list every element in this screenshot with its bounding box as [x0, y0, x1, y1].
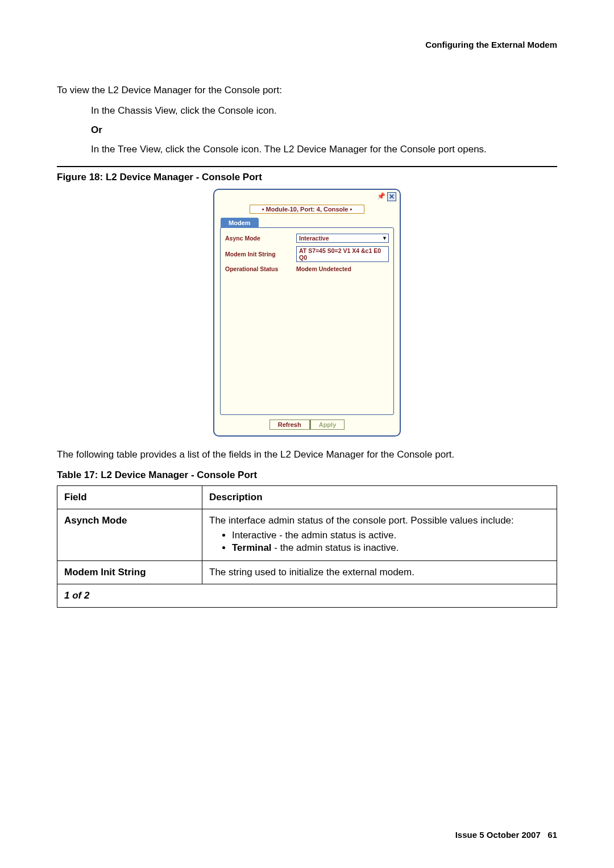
modem-init-desc: The string used to initialize the extern…: [202, 561, 557, 584]
apply-button[interactable]: Apply: [310, 420, 345, 430]
async-mode-dropdown[interactable]: Interactive ▼: [296, 234, 389, 243]
modem-init-label: Modem Init String: [225, 251, 296, 258]
modem-init-input[interactable]: AT S7=45 S0=2 V1 X4 &c1 E0 Q0: [296, 246, 389, 262]
or-label: Or: [91, 124, 557, 136]
step-2-text: In the Tree View, click the Console icon…: [91, 143, 557, 156]
table-row: Modem Init String The string used to ini…: [57, 561, 557, 584]
field-modem-init: Modem Init String: [64, 567, 146, 578]
figure-divider: [57, 166, 557, 167]
figure-caption: Figure 18: L2 Device Manager - Console P…: [57, 172, 557, 183]
step-1-text: In the Chassis View, click the Console i…: [91, 104, 557, 118]
bullet-terminal: Terminal - the admin status is inactive.: [232, 542, 550, 554]
table-row: Asynch Mode The interface admin status o…: [57, 509, 557, 561]
col-field: Field: [57, 486, 202, 509]
operational-status-value: Modem Undetected: [296, 265, 351, 272]
close-icon[interactable]: ✕: [387, 192, 396, 201]
page-footer: Issue 5 October 2007 61: [455, 830, 557, 840]
table-pager-row: 1 of 2: [57, 584, 557, 608]
page-header-title: Configuring the External Modem: [57, 40, 557, 49]
fields-table: Field Description Asynch Mode The interf…: [57, 485, 557, 608]
chevron-down-icon: ▼: [382, 235, 387, 241]
table-pager: 1 of 2: [57, 584, 557, 608]
bullet-terminal-rest: - the admin status is inactive.: [272, 542, 399, 553]
field-asynch-mode: Asynch Mode: [64, 515, 127, 526]
pin-icon[interactable]: 📌: [377, 192, 385, 200]
footer-page-number: 61: [547, 830, 557, 840]
after-figure-text: The following table provides a list of t…: [57, 448, 557, 462]
bullet-interactive: Interactive - the admin status is active…: [232, 530, 550, 541]
table-caption: Table 17: L2 Device Manager - Console Po…: [57, 470, 557, 481]
table-header-row: Field Description: [57, 486, 557, 509]
intro-text: To view the L2 Device Manager for the Co…: [57, 84, 557, 97]
col-description: Description: [202, 486, 557, 509]
asynch-desc-intro: The interface admin status of the consol…: [209, 515, 514, 526]
tab-modem[interactable]: Modem: [221, 218, 259, 228]
footer-issue: Issue 5 October 2007: [455, 830, 541, 840]
dialog-title: • Module-10, Port: 4, Console •: [250, 205, 364, 214]
async-mode-value: Interactive: [299, 235, 329, 242]
bullet-terminal-bold: Terminal: [232, 542, 272, 553]
operational-status-label: Operational Status: [225, 265, 296, 272]
console-port-dialog: 📌 ✕ • Module-10, Port: 4, Console • Mode…: [213, 189, 401, 437]
refresh-button[interactable]: Refresh: [269, 420, 310, 430]
async-mode-label: Async Mode: [225, 235, 296, 242]
dialog-panel: Async Mode Interactive ▼ Modem Init Stri…: [220, 227, 394, 415]
